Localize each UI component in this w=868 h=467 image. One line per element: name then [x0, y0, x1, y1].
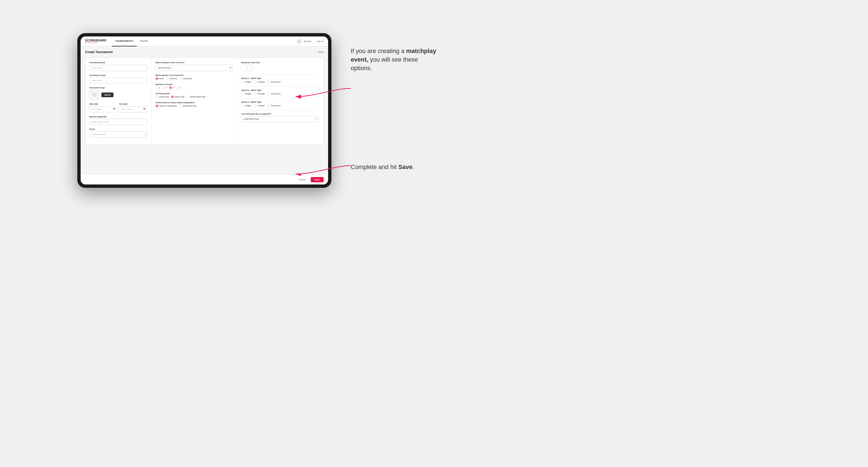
max-team-size-input[interactable] — [241, 65, 252, 71]
divider-3 — [241, 98, 319, 98]
r3-fourball[interactable]: Fourball — [254, 104, 265, 107]
device-screen: SCOREBOARD Powered by clippi TOURNAMENTS… — [81, 36, 328, 185]
round-1[interactable]: 1 — [155, 87, 160, 89]
radio-r1-foursomes — [267, 81, 270, 84]
r3-foursomes[interactable]: Foursomes — [267, 104, 281, 107]
sponsor-label: Sponsor (optional) — [89, 116, 148, 118]
divider-2 — [241, 86, 319, 87]
app-header: SCOREBOARD Powered by clippi TOURNAMENTS… — [81, 36, 328, 46]
venue-wrapper: ▾ — [89, 131, 148, 137]
r2-fourball[interactable]: Fourball — [254, 93, 265, 95]
end-date-input[interactable] — [120, 106, 148, 113]
r1-foursomes[interactable]: Foursomes — [267, 81, 281, 84]
page-title: Create Tournament — [85, 50, 113, 54]
radio-teams — [155, 105, 158, 107]
radio-individuals — [179, 105, 182, 107]
cancel-button[interactable]: Cancel — [296, 177, 308, 182]
upload-button[interactable]: Upload — [101, 93, 114, 97]
scoring-api-label: Use third-party live scoring API? — [241, 113, 319, 115]
save-button[interactable]: Save — [311, 177, 324, 182]
tournament-host-group: Tournament Host — [89, 62, 148, 71]
venue-group: Venue ▾ — [89, 128, 148, 137]
gender-womens[interactable]: Womens — [166, 77, 177, 80]
logo-upload-area: Upload — [89, 90, 148, 100]
tab-teams[interactable]: TEAMS — [137, 36, 152, 46]
scoring-radio-group: Stroke Play Match Play Medal Match Play — [155, 96, 234, 98]
logo-sub: Powered by clippi — [85, 42, 106, 43]
radio-mens — [155, 77, 158, 80]
scoring-stroke[interactable]: Stroke Play — [155, 96, 169, 98]
avatar — [297, 39, 301, 44]
scoring-system-group: Scoring system Stroke Play Match Play — [155, 93, 234, 98]
r2-foursomes[interactable]: Foursomes — [267, 93, 281, 95]
rounds-group: Number of rounds 1 2 — [155, 84, 234, 89]
rounds-label: Number of rounds — [155, 84, 234, 85]
logo-placeholder — [89, 90, 99, 100]
divider-4 — [241, 110, 319, 110]
round-2[interactable]: 2 — [162, 87, 167, 89]
round3-options: Singles Fourball Foursomes — [241, 104, 319, 107]
round1-options: Singles Fourball Foursomes — [241, 81, 319, 84]
r2-singles[interactable]: Singles — [241, 93, 251, 95]
max-team-size-group: Maximum Team Size — [241, 62, 319, 71]
r1-singles[interactable]: Singles — [241, 81, 251, 84]
sponsor-input[interactable] — [89, 119, 148, 125]
tournament-name-input[interactable] — [89, 77, 148, 84]
round-3[interactable]: 3 — [169, 87, 174, 89]
tournament-logo-label: Tournament logo — [89, 87, 148, 89]
scoring-api-close-icon[interactable]: ✕ ▾ — [314, 118, 318, 120]
radio-combined — [180, 77, 182, 80]
teams-option[interactable]: Teams (+Individuals) — [155, 105, 177, 107]
radio-r2-singles — [241, 93, 244, 95]
gender-group: Which gender is the event for? Mens Wome… — [155, 74, 234, 80]
individuals-option[interactable]: Individuals Only — [179, 105, 196, 107]
division-select[interactable]: NCAA Division I — [155, 65, 234, 71]
scoring-api-select[interactable]: Leaderboard King ✕ ▾ — [241, 116, 319, 122]
r3-singles[interactable]: Singles — [241, 104, 251, 107]
radio-womens — [166, 77, 169, 80]
form-footer: Cancel Save — [81, 175, 328, 185]
venue-label: Venue — [89, 128, 148, 130]
teams-radio-group: Teams (+Individuals) Individuals Only — [155, 105, 234, 107]
header-right: Test User | Sign out — [297, 39, 324, 44]
radio-r3-singles — [241, 104, 244, 107]
signout-link[interactable]: Sign out — [316, 40, 324, 42]
r1-fourball[interactable]: Fourball — [254, 81, 265, 84]
tournament-logo-group: Tournament logo Upload — [89, 87, 148, 100]
nav-tabs: TOURNAMENTS TEAMS — [112, 36, 151, 46]
tournament-host-input[interactable] — [89, 65, 148, 71]
scoring-match[interactable]: Match Play — [171, 96, 184, 98]
round3-match-type: Round 3 - Match Type Singles Fourball — [241, 101, 319, 107]
radio-r1-singles — [241, 81, 244, 84]
tab-tournaments[interactable]: TOURNAMENTS — [112, 36, 136, 46]
round-4[interactable]: 4 — [176, 87, 181, 89]
back-button[interactable]: ‹ Back — [317, 51, 324, 53]
main-content: Create Tournament ‹ Back Tournament Host… — [81, 46, 328, 175]
annotation-save: Complete and hit Save. — [351, 163, 439, 172]
round2-options: Singles Fourball Foursomes — [241, 93, 319, 95]
scoring-api-group: Use third-party live scoring API? Leader… — [241, 113, 319, 122]
date-row: Start date 📅 End date 📅 — [89, 103, 148, 113]
venue-input[interactable] — [89, 131, 148, 137]
gender-combined[interactable]: Combined — [180, 77, 192, 80]
logo-area: SCOREBOARD Powered by clippi — [85, 39, 106, 43]
start-date-input[interactable] — [89, 106, 117, 113]
form-col-left: Tournament Host Tournament name Tourname… — [85, 58, 152, 145]
end-date-label: End date — [120, 103, 148, 105]
radio-stroke — [155, 96, 158, 98]
radio-r1-fourball — [254, 81, 257, 84]
form-col-right: Maximum Team Size Round 1 - Match Type S… — [238, 58, 323, 145]
end-date-wrapper: 📅 — [120, 106, 148, 113]
teams-label: Is this event for Teams and/or Individua… — [155, 102, 234, 103]
radio-r2-fourball — [254, 93, 257, 95]
device-frame: SCOREBOARD Powered by clippi TOURNAMENTS… — [77, 33, 332, 188]
gender-mens[interactable]: Mens — [155, 77, 164, 80]
venue-chevron-icon: ▾ — [145, 133, 146, 135]
scoring-medal[interactable]: Medal Match Play — [186, 96, 206, 98]
header-left: SCOREBOARD Powered by clippi TOURNAMENTS… — [85, 36, 151, 46]
teams-group: Is this event for Teams and/or Individua… — [155, 102, 234, 107]
radio-r2-foursomes — [267, 93, 270, 95]
start-date-label: Start date — [89, 103, 117, 105]
divider-1 — [241, 74, 319, 74]
radio-r3 — [169, 87, 172, 89]
